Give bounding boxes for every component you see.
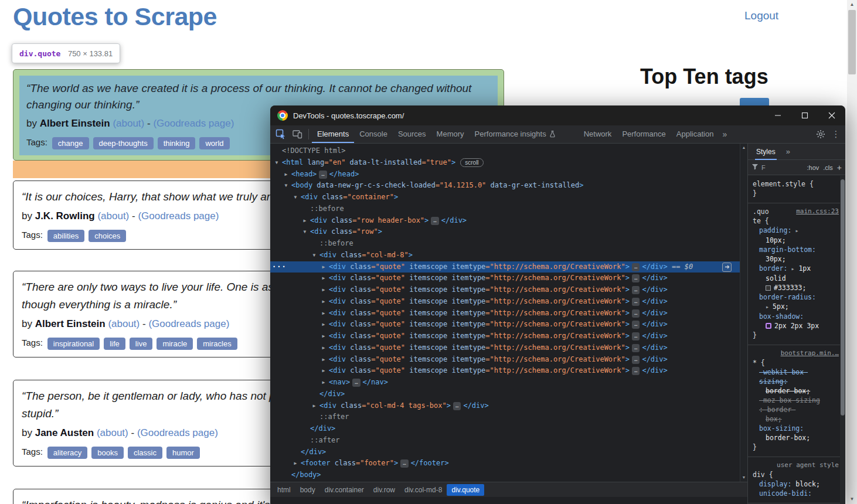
goodreads-link[interactable]: (Goodreads page) [148,318,229,329]
expander-icon[interactable]: ▶ [320,308,327,319]
tag-link[interactable]: books [91,447,124,459]
dom-tree-row[interactable]: </div> [270,423,740,435]
expander-icon[interactable]: ▶ [320,331,327,342]
tag-link[interactable]: aliteracy [47,447,87,459]
dom-tree-row[interactable]: <!DOCTYPE html> [270,145,740,157]
expander-icon[interactable]: ▶ [320,261,327,273]
collapsed-content-ellipsis-icon[interactable]: … [352,379,360,387]
dom-tree-row[interactable]: ▶<div class="quote" itemscope itemtype="… [270,331,740,342]
tab-network[interactable]: Network [579,125,617,143]
dom-tree-row[interactable]: ▼<body data-new-gr-c-s-check-loaded="14.… [270,180,740,192]
dom-tree-row[interactable]: ▼<div class="container"> [270,192,740,203]
dom-tree-row[interactable]: ▶<footer class="footer">…</footer> [270,458,740,469]
devtools-titlebar[interactable]: DevTools - quotes.toscrape.com/ [270,105,845,125]
scroll-up-icon[interactable]: ▲ [847,0,857,9]
collapsed-content-ellipsis-icon[interactable]: … [319,171,327,179]
about-link[interactable]: (about) [113,118,144,129]
expander-icon[interactable]: ▶ [320,354,327,366]
reveal-icon[interactable] [722,263,732,272]
expander-icon[interactable]: ▶ [301,215,308,227]
browser-scrollbar[interactable]: ▲ ▼ [847,0,857,504]
elements-scroll-up-icon[interactable]: ▲ [740,144,747,152]
dom-tree-row[interactable]: ▶<div class="quote" itemscope itemtype="… [270,319,740,331]
dom-tree-row[interactable]: </div> [270,389,740,400]
styles-filter-input[interactable]: F [761,164,766,171]
dom-tree-row[interactable]: ▶<div class="quote" itemscope itemtype="… [270,342,740,354]
styles-more-tabs-icon[interactable]: » [786,147,790,156]
collapsed-content-ellipsis-icon[interactable]: … [632,332,640,340]
collapsed-content-ellipsis-icon[interactable]: … [632,263,640,271]
dom-tree-row[interactable]: ▶<div class="quote" itemscope itemtype="… [270,308,740,319]
crumb-div-quote[interactable]: div.quote [447,484,484,496]
crumb-html[interactable]: html [273,484,295,496]
expander-icon[interactable]: ▼ [292,192,299,203]
dom-tree-row[interactable]: ::before [270,238,740,250]
dom-tree-row[interactable]: ···▶<div class="quote" itemscope itemtyp… [270,261,740,273]
dom-tree-row[interactable]: ▶<div class="quote" itemscope itemtype="… [270,273,740,284]
tag-link[interactable]: thinking [158,137,196,149]
kebab-menu-icon[interactable]: ⋮ [829,129,843,139]
expander-icon[interactable]: ▼ [311,250,318,261]
expander-icon[interactable]: ▶ [320,319,327,331]
expander-icon[interactable]: ▶ [320,377,327,389]
site-title-link[interactable]: Quotes to Scrape [13,2,217,31]
tag-link[interactable]: world [199,137,229,149]
goodreads-link[interactable]: (Goodreads page) [137,427,218,438]
inspect-element-icon[interactable] [273,125,289,143]
scroll-down-icon[interactable]: ▼ [847,495,857,504]
goodreads-link[interactable]: (Goodreads page) [153,118,234,129]
close-button[interactable] [818,105,845,125]
crumb-body[interactable]: body [295,484,320,496]
expander-icon[interactable]: ▶ [320,273,327,284]
shadow-editor-icon[interactable] [766,323,771,329]
about-link[interactable]: (about) [97,210,129,222]
collapsed-content-ellipsis-icon[interactable]: … [632,356,640,364]
collapsed-content-ellipsis-icon[interactable]: … [632,344,640,352]
gear-icon[interactable] [812,125,829,143]
logout-link[interactable]: Logout [744,9,778,22]
tab-application[interactable]: Application [671,125,719,143]
collapsed-content-ellipsis-icon[interactable]: … [400,459,408,468]
about-link[interactable]: (about) [97,427,128,438]
dom-tree-row[interactable]: ▼<html lang="en" data-lt-installed="true… [270,157,740,169]
tag-link[interactable]: humor [166,447,200,459]
tab-elements[interactable]: Elements [312,125,354,143]
expander-icon[interactable]: ▶ [311,400,318,412]
goodreads-link[interactable]: (Goodreads page) [138,210,219,222]
dom-tree-row[interactable]: ▶<div class="quote" itemscope itemtype="… [270,284,740,296]
tab-console[interactable]: Console [354,125,393,143]
stylesheet-link[interactable]: main.css:23 [796,207,839,216]
expander-icon[interactable]: ▶ [283,169,290,181]
tag-link[interactable]: classic [128,447,162,459]
maximize-button[interactable] [791,105,818,125]
dom-tree-row[interactable]: </div> [270,447,740,458]
crumb-div-row[interactable]: div.row [369,484,400,496]
tab-memory[interactable]: Memory [431,125,470,143]
dom-tree-row[interactable]: ::after [270,411,740,423]
tag-link[interactable]: deep-thoughts [93,137,154,149]
expander-icon[interactable]: ▼ [301,226,308,238]
dom-tree-row[interactable]: ::after [270,435,740,447]
collapsed-content-ellipsis-icon[interactable]: … [632,286,640,294]
tag-link[interactable]: abilities [47,230,84,242]
new-style-rule-button[interactable]: + [837,163,842,172]
dom-tree-row[interactable]: ▼<div class="row"> [270,226,740,238]
browser-scrollbar-thumb[interactable] [848,10,856,74]
styles-scrollbar-thumb[interactable] [841,179,845,416]
minimize-button[interactable] [764,105,791,125]
collapsed-content-ellipsis-icon[interactable]: … [453,402,461,410]
expander-icon[interactable]: ▶ [320,284,327,296]
stylesheet-link[interactable]: bootstrap.min.… [781,349,839,358]
dom-tree-row[interactable]: ▶<div class="quote" itemscope itemtype="… [270,354,740,366]
tab-styles[interactable]: Styles [755,144,777,160]
collapsed-content-ellipsis-icon[interactable]: … [431,217,438,225]
about-link[interactable]: (about) [108,318,140,329]
tab-sources[interactable]: Sources [393,125,431,143]
expander-icon[interactable]: ▶ [320,296,327,308]
color-swatch-icon[interactable] [766,285,771,291]
elements-scrollbar[interactable]: ▲ ▼ [740,144,747,482]
crumb-div-container[interactable]: div.container [320,484,369,496]
tag-link[interactable]: miracle [157,338,193,350]
expander-icon[interactable]: ▶ [320,365,327,377]
styles-scrollbar[interactable] [840,176,845,504]
